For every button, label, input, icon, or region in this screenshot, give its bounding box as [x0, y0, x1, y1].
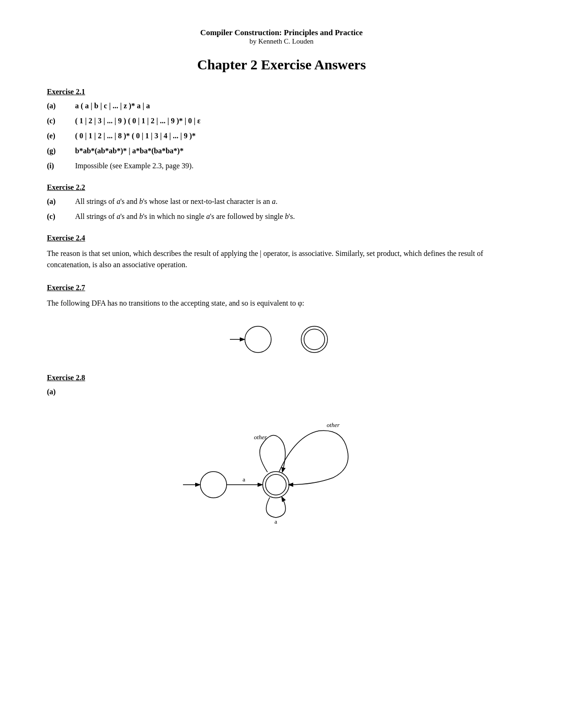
book-title: Compiler Construction: Principles and Pr… — [47, 28, 516, 38]
svg-point-2 — [301, 326, 327, 353]
item-content: All strings of a's and b's whose last or… — [75, 197, 277, 206]
chapter-title: Chapter 2 Exercise Answers — [47, 57, 516, 73]
exercise-2-2-a: (a) All strings of a's and b's whose las… — [47, 197, 516, 206]
edge-label-a2: a — [274, 518, 277, 525]
exercise-2-8-a-label: (a) — [47, 388, 516, 396]
item-label: (a) — [47, 197, 75, 206]
item-label: (a) — [47, 102, 75, 110]
exercise-2-7-text: The following DFA has no transitions to … — [47, 298, 516, 309]
edge-label-other1: other — [327, 421, 340, 428]
exercise-2-2-c: (c) All strings of a's and b's in which … — [47, 212, 516, 221]
exercise-2-1-i: (i) Impossible (see Example 2.3, page 39… — [47, 162, 516, 170]
dfa-2-8-diagram: a a other other — [47, 403, 516, 534]
item-label: (c) — [47, 117, 75, 125]
exercise-2-1-e: (e) ( 0 | 1 | 2 | ... | 8 )* ( 0 | 1 | 3… — [47, 132, 516, 140]
svg-point-1 — [245, 326, 271, 353]
svg-point-7 — [263, 472, 289, 498]
dfa-2-7-diagram — [47, 318, 516, 360]
exercise-2-7-heading: Exercise 2.7 — [47, 284, 516, 292]
exercise-2-8-heading: Exercise 2.8 — [47, 374, 516, 382]
item-label: (i) — [47, 162, 75, 170]
svg-point-8 — [266, 474, 286, 495]
exercise-2-1: Exercise 2.1 (a) a ( a | b | c | ... | z… — [47, 88, 516, 170]
svg-point-3 — [304, 329, 325, 350]
item-label: (e) — [47, 132, 75, 140]
svg-point-5 — [200, 472, 227, 498]
item-content: Impossible (see Example 2.3, page 39). — [75, 162, 193, 170]
exercise-2-4: Exercise 2.4 The reason is that set unio… — [47, 234, 516, 270]
item-content: a ( a | b | c | ... | z )* a | a — [75, 102, 150, 110]
edge-label-other2: other — [254, 434, 267, 441]
item-content: All strings of a's and b's in which no s… — [75, 212, 295, 221]
exercise-2-1-c: (c) ( 1 | 2 | 3 | ... | 9 ) ( 0 | 1 | 2 … — [47, 117, 516, 125]
edge-label-a1: a — [243, 476, 245, 483]
item-content: b*ab*(ab*ab*)* | a*ba*(ba*ba*)* — [75, 147, 183, 155]
item-label: (g) — [47, 147, 75, 155]
page-header: Compiler Construction: Principles and Pr… — [47, 28, 516, 45]
exercise-2-2-heading: Exercise 2.2 — [47, 183, 516, 192]
item-label: (c) — [47, 212, 75, 221]
item-label: (a) — [47, 388, 75, 396]
book-author: by Kenneth C. Louden — [47, 38, 516, 45]
exercise-2-8: Exercise 2.8 (a) a — [47, 374, 516, 534]
exercise-2-1-g: (g) b*ab*(ab*ab*)* | a*ba*(ba*ba*)* — [47, 147, 516, 155]
exercise-2-2: Exercise 2.2 (a) All strings of a's and … — [47, 183, 516, 221]
exercise-2-7: Exercise 2.7 The following DFA has no tr… — [47, 284, 516, 360]
exercise-2-1-heading: Exercise 2.1 — [47, 88, 516, 96]
exercise-2-4-text: The reason is that set union, which desc… — [47, 248, 516, 270]
item-content: ( 1 | 2 | 3 | ... | 9 ) ( 0 | 1 | 2 | ..… — [75, 117, 200, 125]
exercise-2-1-a: (a) a ( a | b | c | ... | z )* a | a — [47, 102, 516, 110]
exercise-2-4-heading: Exercise 2.4 — [47, 234, 516, 242]
item-content: ( 0 | 1 | 2 | ... | 8 )* ( 0 | 1 | 3 | 4… — [75, 132, 196, 140]
